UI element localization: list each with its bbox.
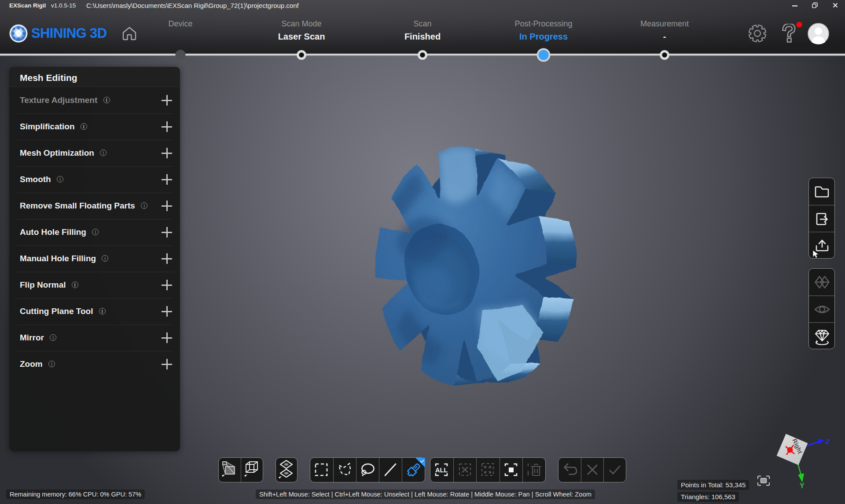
svg-text:Z: Z (825, 437, 830, 446)
svg-text:Y: Y (800, 482, 805, 489)
svg-text:ALL: ALL (435, 467, 448, 474)
